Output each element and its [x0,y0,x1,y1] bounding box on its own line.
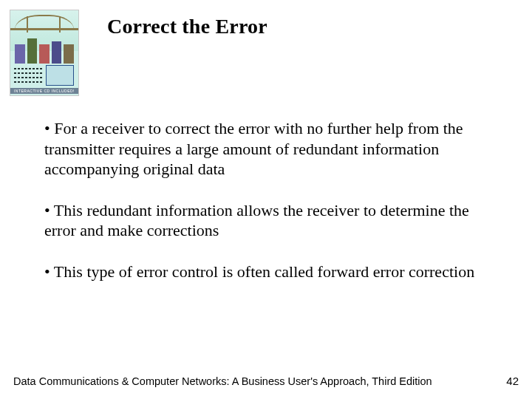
slide-body: • For a receiver to correct the error wi… [44,118,488,302]
bullet-1-text: For a receiver to correct the error with… [44,119,463,178]
thumbnail-label: Interactive CD Included! [10,88,78,94]
page-number: 42 [506,375,519,387]
slide-footer: Data Communications & Computer Networks:… [13,375,519,387]
bullet-1: • For a receiver to correct the error wi… [44,118,488,180]
bullet-3: • This type of error control is often ca… [44,262,488,282]
bullet-2-text: This redundant information allows the re… [44,201,469,240]
book-cover-thumbnail: Interactive CD Included! [10,10,78,95]
slide: Interactive CD Included! Correct the Err… [0,0,532,399]
bullet-3-text: This type of error control is often call… [54,262,474,281]
bullet-2: • This redundant information allows the … [44,200,488,241]
footer-text: Data Communications & Computer Networks:… [13,375,432,387]
slide-title: Correct the Error [107,15,267,38]
